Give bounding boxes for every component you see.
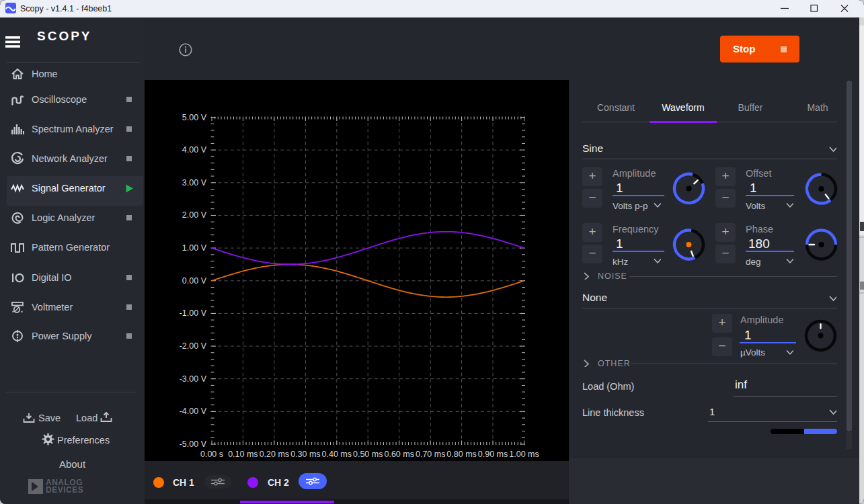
svg-text:1.00 ms: 1.00 ms <box>509 450 539 459</box>
svg-text:-1.00 V: -1.00 V <box>180 308 207 318</box>
svg-text:4.00 V: 4.00 V <box>182 145 207 155</box>
svg-text:-4.00 V: -4.00 V <box>180 407 207 416</box>
svg-text:-5.00 V: -5.00 V <box>180 439 207 449</box>
svg-text:0.50 ms: 0.50 ms <box>353 450 383 459</box>
svg-text:0.40 ms: 0.40 ms <box>322 450 352 459</box>
svg-text:0.60 ms: 0.60 ms <box>384 450 414 459</box>
svg-text:1.00 V: 1.00 V <box>182 243 207 253</box>
svg-text:0.80 ms: 0.80 ms <box>446 450 476 459</box>
svg-text:0.00 V: 0.00 V <box>182 276 207 286</box>
svg-text:5.00 V: 5.00 V <box>182 113 207 122</box>
svg-text:2.00 V: 2.00 V <box>182 210 207 220</box>
svg-text:0.20 ms: 0.20 ms <box>260 450 289 459</box>
svg-text:3.00 V: 3.00 V <box>182 178 207 187</box>
svg-text:0.90 ms: 0.90 ms <box>478 450 508 459</box>
svg-text:0.00 s: 0.00 s <box>200 450 223 459</box>
svg-text:-3.00 V: -3.00 V <box>180 374 207 384</box>
svg-text:0.30 ms: 0.30 ms <box>290 450 320 459</box>
svg-text:0.10 ms: 0.10 ms <box>228 450 258 459</box>
svg-text:-2.00 V: -2.00 V <box>180 341 207 351</box>
svg-text:0.70 ms: 0.70 ms <box>416 450 445 459</box>
